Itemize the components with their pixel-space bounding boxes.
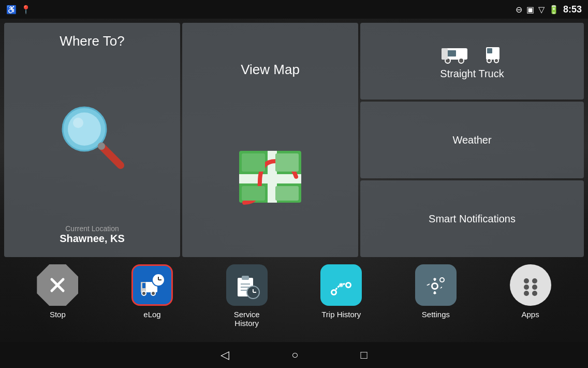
- service-history-label: Service History: [221, 310, 273, 328]
- svg-point-50: [524, 285, 529, 290]
- svg-point-1: [68, 112, 101, 146]
- svg-point-26: [142, 291, 146, 295]
- svg-point-42: [347, 284, 350, 287]
- elog-icon: [131, 264, 173, 306]
- elog-label: eLog: [143, 310, 160, 319]
- apps-dock-item[interactable]: Apps: [505, 264, 556, 319]
- svg-rect-18: [487, 48, 492, 53]
- svg-rect-10: [242, 186, 265, 201]
- status-bar: ♿ 📍 ⊖ ▣ ▽ 🔋 8:53: [0, 0, 588, 19]
- svg-point-52: [524, 291, 529, 296]
- svg-point-45: [433, 284, 437, 288]
- main-content: Where To? Current Location Shawnee, KS: [0, 19, 588, 368]
- svg-rect-9: [275, 153, 299, 172]
- status-time: 8:53: [563, 4, 582, 15]
- dock: Stop eLog: [0, 259, 588, 342]
- svg-point-49: [532, 278, 537, 284]
- location-pin-icon: 📍: [21, 5, 31, 15]
- service-history-icon: [226, 264, 268, 306]
- svg-rect-8: [242, 153, 265, 172]
- svg-point-47: [440, 278, 444, 281]
- apps-label: Apps: [522, 310, 539, 319]
- straight-truck-tile[interactable]: Straight Truck: [360, 23, 584, 100]
- minus-circle-icon: ⊖: [516, 5, 522, 15]
- svg-rect-11: [275, 186, 299, 201]
- settings-icon: [415, 264, 457, 306]
- location-info: Current Location Shawnee, KS: [60, 224, 125, 245]
- service-history-svg-icon: [232, 271, 261, 300]
- tile-grid: Where To? Current Location Shawnee, KS: [0, 19, 588, 259]
- trip-history-dock-item[interactable]: Trip History: [315, 264, 367, 319]
- svg-point-43: [339, 283, 343, 287]
- svg-point-4: [98, 143, 105, 150]
- svg-point-51: [532, 285, 537, 290]
- status-left-icons: ♿ 📍: [6, 5, 31, 15]
- view-map-tile[interactable]: View Map: [182, 23, 358, 257]
- svg-line-3: [101, 146, 121, 165]
- straight-truck-label: Straight Truck: [440, 68, 504, 80]
- battery-icon: 🔋: [549, 5, 559, 15]
- stop-dock-item[interactable]: Stop: [32, 264, 83, 319]
- svg-point-48: [524, 278, 529, 284]
- back-button[interactable]: ◁: [220, 348, 229, 362]
- settings-gear-icon: [421, 271, 450, 300]
- svg-point-15: [459, 58, 464, 63]
- svg-rect-13: [447, 50, 456, 56]
- stop-x-icon: [45, 272, 70, 298]
- location-name: Shawnee, KS: [60, 233, 125, 245]
- trailer-svg: [485, 43, 504, 64]
- col-middle: View Map: [182, 23, 358, 257]
- svg-point-40: [332, 291, 335, 294]
- svg-rect-16: [442, 48, 448, 60]
- elog-svg-icon: [138, 271, 167, 300]
- svg-point-27: [151, 291, 155, 295]
- weather-label: Weather: [452, 134, 491, 146]
- apps-grid-icon: [516, 271, 545, 300]
- svg-rect-32: [242, 276, 249, 280]
- stop-icon: [37, 264, 78, 306]
- trip-history-icon: [320, 264, 362, 306]
- view-map-title: View Map: [241, 62, 300, 78]
- where-to-tile[interactable]: Where To? Current Location Shawnee, KS: [4, 23, 180, 257]
- status-right-icons: ⊖ ▣ ▽ 🔋 8:53: [516, 4, 582, 15]
- stop-label: Stop: [50, 310, 66, 319]
- home-button[interactable]: ○: [291, 348, 298, 362]
- smart-notifications-label: Smart Notifications: [429, 213, 516, 225]
- settings-label: Settings: [422, 310, 450, 319]
- col-right: Straight Truck Weather Smart Notificatio…: [360, 23, 584, 257]
- tablet-icon: ▣: [526, 5, 534, 15]
- weather-tile[interactable]: Weather: [360, 102, 584, 178]
- settings-dock-item[interactable]: Settings: [410, 264, 462, 319]
- recent-button[interactable]: □: [361, 348, 368, 362]
- wifi-icon: ▽: [538, 5, 545, 15]
- svg-point-20: [494, 59, 498, 63]
- map-icon: [229, 135, 312, 218]
- trip-history-label: Trip History: [321, 310, 361, 319]
- svg-point-53: [532, 291, 537, 296]
- truck-icons: [440, 43, 504, 64]
- nav-bar: ◁ ○ □: [0, 342, 588, 368]
- trip-history-svg-icon: [327, 271, 356, 300]
- svg-point-19: [487, 59, 491, 63]
- col-left: Where To? Current Location Shawnee, KS: [4, 23, 180, 257]
- service-history-dock-item[interactable]: Service History: [221, 264, 273, 328]
- apps-icon: [510, 264, 551, 306]
- accessibility-icon: ♿: [6, 5, 17, 15]
- where-to-title: Where To?: [60, 33, 124, 49]
- truck-svg: [440, 43, 477, 64]
- elog-dock-item[interactable]: eLog: [126, 264, 178, 319]
- smart-notifications-tile[interactable]: Smart Notifications: [360, 180, 584, 257]
- current-location-label: Current Location: [60, 224, 125, 233]
- magnifier-icon: [56, 101, 128, 173]
- svg-rect-25: [142, 283, 145, 288]
- svg-point-2: [73, 118, 83, 128]
